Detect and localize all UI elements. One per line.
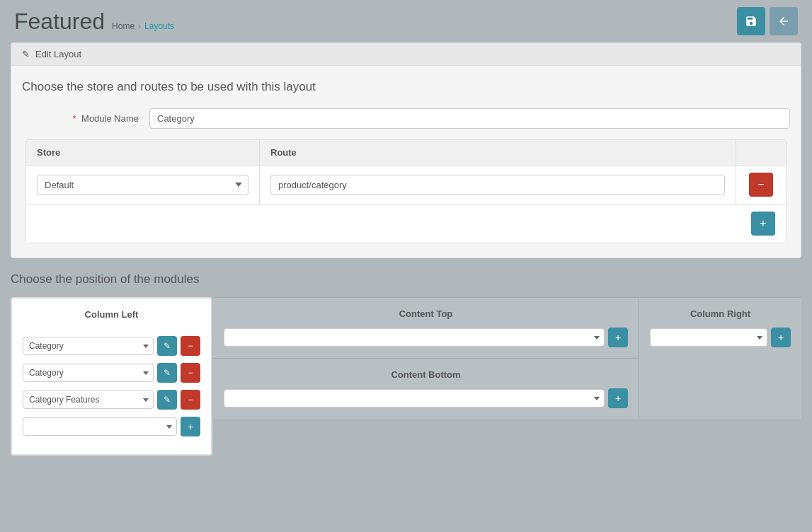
remove-module-1-button[interactable]: − — [181, 336, 200, 356]
column-right-area: Column Right + — [639, 297, 801, 419]
store-column-header: Store — [26, 140, 260, 165]
module-row-2: Category ✎ − — [23, 363, 200, 383]
module-select-3[interactable]: Category Features — [23, 391, 154, 409]
positions-container: Column Left Category ✎ − Cat — [11, 297, 801, 456]
store-cell: Default — [26, 166, 260, 204]
module-row-3: Category Features ✎ − — [23, 390, 200, 410]
module-name-label: * Module Name — [36, 113, 149, 124]
module-select-add[interactable] — [23, 417, 177, 436]
content-bottom-header: Content Bottom — [224, 369, 628, 380]
card-body: Choose the store and routes to be used w… — [11, 66, 801, 258]
content-top-select[interactable] — [224, 328, 605, 347]
column-right-add-button[interactable]: + — [771, 328, 791, 347]
header-actions — [737, 7, 798, 35]
right-columns-area: Content Top + — [212, 297, 801, 419]
page-title: Featured — [14, 8, 105, 35]
table-header: Store Route — [26, 140, 786, 166]
route-input[interactable] — [270, 175, 725, 195]
breadcrumb-separator: › — [138, 21, 141, 31]
content-top-header: Content Top — [224, 308, 628, 319]
add-row-section: + — [26, 204, 786, 243]
plus-icon-col: + — [188, 421, 193, 432]
remove-module-3-button[interactable]: − — [181, 390, 200, 410]
column-left-panel: Column Left Category ✎ − Cat — [11, 297, 212, 456]
edit-layout-label: Edit Layout — [35, 49, 81, 59]
breadcrumb-home[interactable]: Home — [112, 21, 135, 31]
add-module-button[interactable]: + — [181, 417, 200, 436]
plus-icon-bottom: + — [615, 393, 621, 404]
column-left-header: Column Left — [23, 309, 200, 325]
content-top-add-button[interactable]: + — [608, 328, 628, 347]
position-section: Choose the position of the modules Colum… — [11, 269, 801, 456]
edit-module-3-button[interactable]: ✎ — [157, 390, 177, 410]
module-name-input[interactable] — [149, 108, 790, 129]
content-top-row: + — [224, 328, 628, 347]
minus-icon-1: − — [188, 341, 193, 351]
header: Featured Home › Layouts — [0, 0, 812, 42]
back-button[interactable] — [770, 7, 798, 35]
breadcrumb-current: Layouts — [144, 21, 174, 31]
column-right-select[interactable] — [650, 328, 767, 347]
module-select-2[interactable]: Category — [23, 364, 154, 382]
edit-layout-card: ✎ Edit Layout Choose the store and route… — [11, 42, 801, 258]
breadcrumb: Home › Layouts — [112, 21, 174, 31]
pencil-icon: ✎ — [22, 49, 30, 59]
plus-icon-top: + — [615, 332, 621, 343]
content-bottom-add-button[interactable]: + — [608, 388, 628, 408]
module-name-group: * Module Name — [22, 108, 790, 129]
center-columns: Content Top + — [212, 297, 639, 419]
content-bottom-area: Content Bottom + — [213, 359, 639, 419]
remove-row-button[interactable]: − — [749, 173, 773, 197]
module-row-1: Category ✎ − — [23, 336, 200, 356]
minus-icon-2: − — [188, 368, 193, 378]
pencil-icon-3: ✎ — [164, 395, 171, 405]
route-cell — [260, 166, 736, 204]
header-left: Featured Home › Layouts — [14, 8, 174, 35]
add-row-button[interactable]: + — [751, 212, 775, 236]
column-right-row: + — [650, 328, 791, 347]
module-select-1[interactable]: Category — [23, 337, 154, 355]
edit-module-2-button[interactable]: ✎ — [157, 363, 177, 383]
store-select[interactable]: Default — [37, 175, 248, 195]
store-route-table: Store Route Default − — [25, 139, 787, 243]
content-top-area: Content Top + — [213, 298, 639, 359]
pencil-icon-2: ✎ — [164, 368, 171, 378]
content-bottom-row: + — [224, 388, 628, 408]
minus-icon-3: − — [188, 395, 193, 405]
remove-cell: − — [736, 166, 786, 204]
route-column-header: Route — [260, 140, 736, 165]
store-routes-title: Choose the store and routes to be used w… — [22, 80, 790, 94]
module-row-add: + — [23, 417, 200, 436]
content-bottom-select[interactable] — [224, 389, 605, 407]
card-header: ✎ Edit Layout — [11, 43, 801, 66]
right-grid: Content Top + — [212, 297, 801, 419]
edit-module-1-button[interactable]: ✎ — [157, 336, 177, 356]
table-row: Default − — [26, 166, 786, 204]
module-name-text: Module Name — [81, 113, 139, 124]
back-icon — [777, 15, 790, 28]
remove-module-2-button[interactable]: − — [181, 363, 200, 383]
save-button[interactable] — [737, 7, 765, 35]
plus-icon-right: + — [778, 332, 784, 343]
plus-icon: + — [760, 217, 766, 230]
required-star: * — [72, 113, 76, 124]
action-column-header — [736, 140, 786, 165]
main-content: ✎ Edit Layout Choose the store and route… — [11, 42, 801, 456]
save-icon — [745, 15, 757, 28]
pencil-icon-1: ✎ — [164, 341, 171, 351]
minus-icon: − — [757, 178, 764, 191]
column-right-header: Column Right — [650, 308, 791, 319]
position-title: Choose the position of the modules — [11, 272, 801, 287]
